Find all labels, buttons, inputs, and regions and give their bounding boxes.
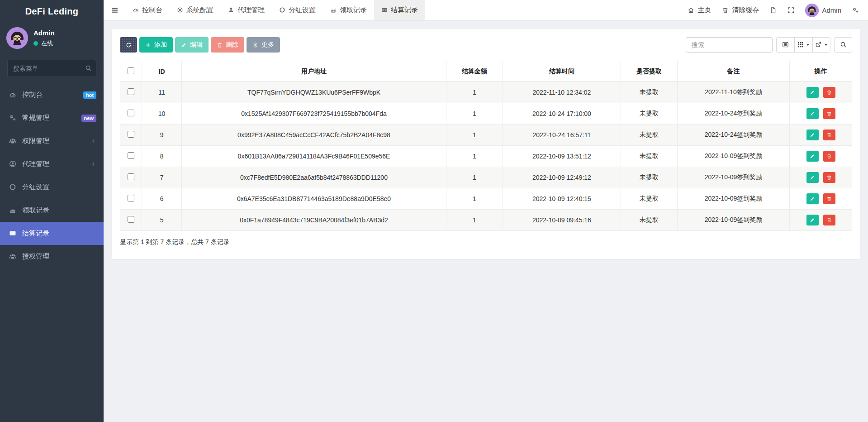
pencil-icon (810, 217, 815, 223)
cell-address: 0x0F1a78949F4843c719C9BA20084f3ef01b7AB3… (182, 210, 446, 231)
nav-tab-结算记录[interactable]: 结算记录 (374, 0, 425, 20)
row-edit-button[interactable] (806, 129, 819, 140)
row-checkbox[interactable] (128, 131, 134, 138)
more-button[interactable]: 更多 (247, 37, 280, 53)
row-edit-button[interactable] (806, 108, 819, 119)
cell-time: 2022-10-09 12:49:12 (503, 167, 621, 188)
user-name: Admin (33, 29, 55, 37)
view-button-group (776, 37, 830, 53)
users-icon (8, 253, 17, 261)
delete-button[interactable]: 删除 (211, 37, 244, 53)
sidebar-item-分红设置[interactable]: 分红设置 (0, 176, 104, 199)
trash-icon (826, 89, 832, 96)
row-edit-button[interactable] (806, 215, 819, 225)
nav-tab-系统配置[interactable]: 系统配置 (170, 0, 221, 20)
sidebar-search-input[interactable] (7, 60, 96, 77)
export-button[interactable] (812, 37, 830, 53)
cell-remark: 2022-11-10签到奖励 (677, 82, 789, 103)
records-table: ID用户地址结算金额结算时间是否提取备注操作 11 TQF77qSirnYDGH… (120, 61, 852, 231)
row-edit-button[interactable] (806, 151, 819, 162)
toggle-view-button[interactable] (776, 37, 794, 53)
row-delete-button[interactable] (823, 172, 835, 183)
header-checkbox-cell (120, 61, 142, 82)
columns-button[interactable] (794, 37, 812, 53)
caret-down-icon (806, 43, 810, 48)
select-all-checkbox[interactable] (128, 67, 134, 74)
cell-address: 0x992E37A808C459acCcCF42ACfc75b2B2A04F8c… (182, 125, 446, 146)
row-checkbox[interactable] (128, 216, 134, 223)
settings-button[interactable] (852, 6, 859, 14)
nav-tab-领取记录[interactable]: 领取记录 (323, 0, 374, 20)
cake-icon (330, 7, 337, 14)
home-link[interactable]: 主页 (688, 6, 711, 14)
row-delete-button[interactable] (823, 151, 835, 162)
hamburger-icon[interactable] (104, 0, 125, 20)
search-toggle-button[interactable] (834, 37, 852, 53)
nav-tab-label: 领取记录 (340, 6, 367, 14)
cell-time: 2022-10-24 17:10:00 (503, 103, 621, 125)
sidebar-item-控制台[interactable]: 控制台 hot (0, 83, 104, 106)
column-header-结算时间: 结算时间 (503, 61, 621, 82)
sidebar-item-label: 结算记录 (22, 229, 96, 238)
sidebar-item-代理管理[interactable]: 代理管理 (0, 153, 104, 176)
edit-button[interactable]: 编辑 (175, 37, 209, 53)
trash-icon (217, 41, 223, 48)
row-delete-button[interactable] (823, 215, 835, 225)
sidebar-item-权限管理[interactable]: 权限管理 (0, 129, 104, 153)
cell-id: 11 (142, 82, 182, 103)
sidebar-item-label: 领取记录 (22, 206, 96, 215)
row-edit-button[interactable] (806, 87, 819, 98)
cell-amount: 1 (446, 103, 503, 125)
sidebar-item-常规管理[interactable]: 常规管理 new (0, 106, 104, 129)
nav-tabs: 控制台 系统配置 代理管理 分红设置 领取记录 结算记录 (125, 0, 425, 20)
sidebar-search (7, 60, 96, 77)
row-checkbox[interactable] (128, 88, 134, 95)
sidebar-item-结算记录[interactable]: 结算记录 (0, 222, 104, 245)
cell-address: TQF77qSirnYDGHQWZ13KUu6PSerFF9WbpK (182, 82, 446, 103)
clear-cache-label: 清除缓存 (732, 6, 759, 14)
avatar (6, 27, 28, 49)
sidebar-item-领取记录[interactable]: 领取记录 (0, 199, 104, 222)
sidebar-badge: hot (83, 91, 96, 99)
cell-address: 0x1525Af1429307F669723f725419155bb7b004F… (182, 103, 446, 125)
row-delete-button[interactable] (823, 193, 835, 204)
sidebar-item-label: 控制台 (22, 91, 78, 99)
sidebar-item-授权管理[interactable]: 授权管理 (0, 245, 104, 268)
table-search (686, 37, 773, 53)
pencil-icon (810, 196, 815, 202)
nav-tab-分红设置[interactable]: 分红设置 (272, 0, 323, 20)
nav-tab-代理管理[interactable]: 代理管理 (221, 0, 272, 20)
row-edit-button[interactable] (806, 172, 819, 183)
users-icon (8, 137, 17, 145)
row-checkbox[interactable] (128, 195, 134, 201)
nav-tab-控制台[interactable]: 控制台 (125, 0, 170, 20)
cell-withdrawn: 未提取 (621, 125, 677, 146)
cell-withdrawn: 未提取 (621, 82, 677, 103)
row-checkbox[interactable] (128, 152, 134, 159)
table-search-input[interactable] (686, 37, 773, 53)
pencil-icon (810, 174, 815, 181)
settings-gears-icon (852, 6, 859, 14)
cell-id: 10 (142, 103, 182, 125)
row-edit-button[interactable] (806, 193, 819, 204)
table-row: 10 0x1525Af1429307F669723f725419155bb7b0… (120, 103, 852, 125)
row-checkbox[interactable] (128, 110, 134, 116)
clear-cache-link[interactable]: 清除缓存 (722, 6, 759, 14)
user-status: 在线 (33, 39, 55, 48)
refresh-button[interactable] (120, 37, 137, 53)
add-button-label: 添加 (154, 41, 167, 49)
table-row: 6 0x6A7E35c6Ea31DB87714463a5189De88a9D0E… (120, 188, 852, 210)
user-menu[interactable]: Admin (805, 4, 841, 17)
fullscreen-button[interactable] (787, 6, 794, 14)
column-header-备注: 备注 (677, 61, 789, 82)
list-icon (782, 41, 789, 49)
row-delete-button[interactable] (823, 108, 835, 119)
nav-tab-label: 分红设置 (289, 6, 316, 14)
row-delete-button[interactable] (823, 129, 835, 140)
row-delete-button[interactable] (823, 87, 835, 98)
dashboard-icon (8, 91, 17, 99)
add-button[interactable]: 添加 (139, 37, 173, 53)
row-checkbox[interactable] (128, 173, 134, 180)
cell-remark: 2022-10-09签到奖励 (677, 188, 789, 210)
file-button[interactable] (770, 6, 777, 14)
